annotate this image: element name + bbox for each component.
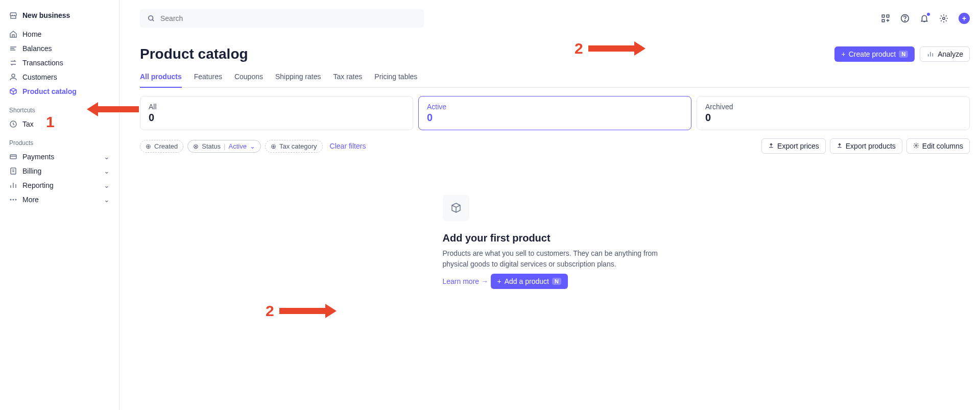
svg-rect-9 <box>887 15 889 17</box>
chip-label: Status <box>202 142 221 150</box>
chevron-down-icon: ⌄ <box>104 181 110 189</box>
tab-shipping-rates[interactable]: Shipping rates <box>275 67 321 87</box>
button-label: Add a product <box>505 277 549 285</box>
svg-point-5 <box>13 199 14 201</box>
create-product-button[interactable]: + Create product N <box>834 46 915 62</box>
button-label: Create product <box>849 50 896 58</box>
balances-icon <box>9 44 17 53</box>
nav-product-catalog[interactable]: Product catalog <box>0 84 119 99</box>
stat-card-archived[interactable]: Archived 0 <box>697 96 970 130</box>
edit-columns-button[interactable]: Edit columns <box>906 138 970 154</box>
stat-label: Archived <box>705 103 961 111</box>
stat-label: All <box>149 103 404 111</box>
stat-card-active[interactable]: Active 0 <box>418 96 691 130</box>
customers-icon <box>9 73 17 81</box>
svg-point-4 <box>10 199 12 201</box>
tab-features[interactable]: Features <box>194 67 222 87</box>
settings-icon[interactable] <box>939 14 948 23</box>
filter-status[interactable]: ⊗ Status | Active ⌄ <box>187 140 261 153</box>
export-icon <box>768 142 774 150</box>
nav-payments[interactable]: Payments ⌄ <box>0 150 119 164</box>
button-label: Export products <box>846 142 896 150</box>
nav-label: Tax <box>22 120 34 128</box>
link-label: Learn more <box>443 277 480 285</box>
page-title: Product catalog <box>140 46 248 62</box>
svg-point-6 <box>15 199 17 201</box>
nav-label: Payments <box>22 153 54 161</box>
business-name: New business <box>22 11 70 19</box>
nav-home[interactable]: Home <box>0 27 119 41</box>
nav-label: Home <box>22 30 41 38</box>
help-icon[interactable] <box>900 14 910 23</box>
notifications-icon[interactable] <box>920 14 929 23</box>
nav-balances[interactable]: Balances <box>0 41 119 56</box>
search-input[interactable] <box>140 9 424 28</box>
empty-description: Products are what you sell to customers.… <box>443 248 667 270</box>
nav-label: Customers <box>22 73 57 81</box>
svg-rect-2 <box>10 155 16 159</box>
button-label: Export prices <box>777 142 819 150</box>
nav-label: Balances <box>22 44 52 53</box>
nav-label: Product catalog <box>22 87 77 95</box>
plus-circle-icon: ⊕ <box>146 142 151 150</box>
nav-billing[interactable]: Billing ⌄ <box>0 164 119 178</box>
shortcuts-label: Shortcuts <box>0 99 119 117</box>
clear-filters-link[interactable]: Clear filters <box>330 142 366 150</box>
nav-label: Billing <box>22 167 41 175</box>
analyze-button[interactable]: Analyze <box>920 46 970 62</box>
button-label: Analyze <box>938 50 963 58</box>
svg-point-14 <box>915 145 917 147</box>
business-switcher[interactable]: New business <box>0 6 119 27</box>
stat-value: 0 <box>705 112 961 124</box>
nav-reporting[interactable]: Reporting ⌄ <box>0 178 119 192</box>
svg-point-0 <box>12 74 15 77</box>
kbd-hint: N <box>552 278 561 285</box>
svg-rect-8 <box>882 15 885 17</box>
nav-customers[interactable]: Customers <box>0 70 119 84</box>
store-icon <box>9 11 17 19</box>
nav-transactions[interactable]: Transactions <box>0 56 119 70</box>
stat-value: 0 <box>427 112 683 124</box>
nav-tax[interactable]: Tax <box>0 117 119 131</box>
chevron-down-icon: ⌄ <box>250 142 255 150</box>
tab-tax-rates[interactable]: Tax rates <box>333 67 362 87</box>
stat-cards: All 0 Active 0 Archived 0 <box>140 96 970 130</box>
learn-more-link[interactable]: Learn more → <box>443 277 489 285</box>
empty-state: Add your first product Products are what… <box>443 195 667 295</box>
create-shortcut-button[interactable]: + <box>959 13 970 24</box>
chevron-down-icon: ⌄ <box>104 153 110 161</box>
transactions-icon <box>9 59 17 67</box>
export-prices-button[interactable]: Export prices <box>761 138 826 154</box>
billing-icon <box>9 167 17 175</box>
payments-icon <box>9 153 17 161</box>
add-product-button[interactable]: + Add a product N <box>491 274 568 289</box>
svg-point-13 <box>943 17 945 20</box>
plus-icon: + <box>841 50 845 58</box>
empty-icon <box>443 195 469 221</box>
chart-icon <box>926 50 935 58</box>
nav-more[interactable]: More ⌄ <box>0 192 119 207</box>
empty-title: Add your first product <box>443 232 667 244</box>
package-icon <box>9 87 17 95</box>
products-label: Products <box>0 131 119 150</box>
x-circle-icon: ⊗ <box>193 142 199 150</box>
nav-label: Transactions <box>22 59 63 67</box>
nav-label: More <box>22 196 39 204</box>
main-content: + Product catalog + Create product N Ana… <box>119 0 980 410</box>
svg-rect-3 <box>11 168 16 174</box>
stat-label: Active <box>427 103 683 111</box>
page-header: Product catalog + Create product N Analy… <box>140 37 970 67</box>
stat-value: 0 <box>149 112 404 124</box>
svg-rect-10 <box>882 19 885 22</box>
chevron-down-icon: ⌄ <box>104 167 110 175</box>
filter-tax-category[interactable]: ⊕ Tax category <box>265 140 323 153</box>
tab-pricing-tables[interactable]: Pricing tables <box>374 67 417 87</box>
tab-coupons[interactable]: Coupons <box>234 67 263 87</box>
apps-icon[interactable] <box>881 14 890 23</box>
tab-all-products[interactable]: All products <box>140 67 182 88</box>
search-field[interactable] <box>160 14 417 22</box>
stat-card-all[interactable]: All 0 <box>140 96 413 130</box>
filter-created[interactable]: ⊕ Created <box>140 140 183 153</box>
search-icon <box>147 14 155 22</box>
export-products-button[interactable]: Export products <box>830 138 902 154</box>
